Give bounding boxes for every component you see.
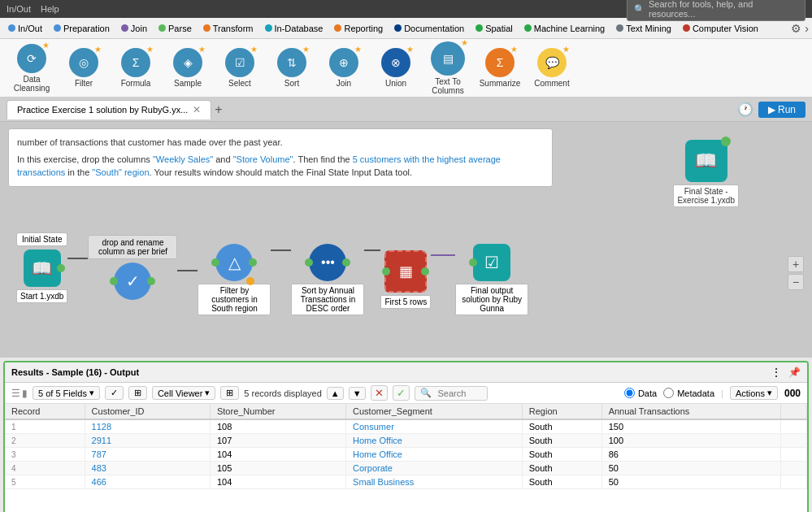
- metadata-radio[interactable]: [663, 388, 674, 398]
- node-sample[interactable]: ▦ First 5 rows: [380, 226, 431, 309]
- node-select[interactable]: drop and rename column as per brief ✓: [88, 235, 177, 300]
- cat-reporting[interactable]: Reporting: [329, 22, 388, 35]
- tool-comment[interactable]: ★ 💬 Comment: [527, 45, 577, 91]
- results-search-input[interactable]: [433, 388, 482, 399]
- scroll-down-button[interactable]: ▼: [349, 387, 366, 400]
- star-badge-so: ★: [302, 45, 310, 54]
- table-container[interactable]: Record Customer_ID Store_Number Customer…: [5, 404, 807, 510]
- top-search-bar[interactable]: 🔍 Search for tools, help, and resources.…: [627, 0, 805, 21]
- tool-join[interactable]: ★ ⊕ Join: [319, 45, 369, 91]
- tool-sort[interactable]: ★ ⇅ Sort: [267, 45, 317, 91]
- cat-ml[interactable]: Machine Learning: [519, 22, 610, 35]
- clear-button[interactable]: ✕: [371, 385, 388, 401]
- metadata-label: Metadata: [677, 388, 714, 398]
- cell-record: 2: [5, 434, 85, 448]
- tool-summarize[interactable]: ★ Σ Summarize: [475, 45, 525, 91]
- tool-formula[interactable]: ★ Σ Formula: [111, 45, 161, 91]
- tool-text-to-columns[interactable]: ★ ▤ Text To Columns: [423, 39, 473, 98]
- cat-join[interactable]: Join: [116, 22, 152, 35]
- active-tab[interactable]: Practice Exercise 1 solution by RubyG.yx…: [7, 100, 211, 119]
- tool-filter[interactable]: ★ ◎ Filter: [59, 45, 109, 91]
- extra-options[interactable]: 000: [784, 388, 801, 399]
- tool-union[interactable]: ★ ⊗ Union: [371, 45, 421, 91]
- scroll-up-button[interactable]: ▲: [327, 387, 344, 400]
- tool-data-cleansing[interactable]: ★ ⟳ Data Cleansing: [7, 41, 57, 96]
- table-header-row: Record Customer_ID Store_Number Customer…: [5, 404, 807, 419]
- node-final-output[interactable]: ☑ Final output solution by Ruby Gunna: [455, 219, 528, 315]
- cell-customer-id: 483: [85, 462, 210, 475]
- cell-transactions: 150: [601, 419, 780, 434]
- col-extra: [780, 404, 806, 419]
- table-button[interactable]: ⊞: [128, 386, 147, 400]
- dot-indatabase: [265, 24, 272, 32]
- cat-preparation[interactable]: Preparation: [49, 22, 115, 35]
- tool-label-formula: Formula: [121, 79, 151, 88]
- fields-button[interactable]: 5 of 5 Fields ▾: [33, 386, 100, 400]
- cell-record: 1: [5, 419, 85, 434]
- cat-indatabase-label: In-Database: [275, 24, 323, 33]
- tool-icon-data-cleansing: ★ ⟳: [17, 44, 46, 73]
- cat-ml-label: Machine Learning: [534, 24, 605, 33]
- connector-2: [177, 270, 198, 271]
- viewer-button[interactable]: Cell Viewer ▾: [152, 386, 215, 400]
- node-filter-icon: △: [215, 244, 253, 281]
- search-container[interactable]: 🔍: [415, 386, 488, 401]
- run-button[interactable]: ▶ Run: [758, 102, 805, 118]
- cat-transform[interactable]: Transform: [198, 22, 258, 35]
- node-sort-icon: •••: [309, 244, 346, 281]
- settings-icon[interactable]: ⚙: [791, 22, 801, 35]
- canvas-area: number of transactions that customer has…: [0, 122, 812, 358]
- table-row: 1 1128 108 Consumer South 150: [5, 419, 807, 434]
- node-filter[interactable]: △ Filter by customers in South region: [198, 219, 271, 315]
- tab-add-button[interactable]: +: [215, 102, 222, 117]
- final-state-node[interactable]: 📖 Final State -Exercise 1.yxdb: [673, 140, 739, 207]
- metadata-radio-group: Metadata: [663, 388, 714, 398]
- checkmark-button[interactable]: ✓: [105, 386, 124, 400]
- filter-button[interactable]: ⊞: [220, 386, 239, 400]
- cat-textmining[interactable]: Text Mining: [611, 22, 676, 35]
- actions-button[interactable]: Actions ▾: [730, 386, 778, 400]
- menu-help[interactable]: Help: [41, 4, 59, 14]
- node-sample-label: First 5 rows: [380, 295, 431, 309]
- cat-indatabase[interactable]: In-Database: [260, 22, 328, 35]
- results-options-icon[interactable]: ⋮: [771, 366, 782, 379]
- tool-sample[interactable]: ★ ◈ Sample: [163, 45, 213, 91]
- node-initial-state[interactable]: Initial State 📖 Start 1.yxdb: [16, 232, 67, 303]
- menu-in-out[interactable]: In/Out: [7, 4, 31, 14]
- cat-documentation[interactable]: Documentation: [389, 22, 469, 35]
- cell-segment: Home Office: [346, 434, 523, 448]
- star-badge-j: ★: [354, 45, 362, 54]
- overflow-icon[interactable]: ›: [805, 22, 809, 35]
- data-radio[interactable]: [624, 388, 635, 398]
- history-button[interactable]: 🕐: [737, 102, 753, 117]
- cell-empty: [780, 434, 806, 448]
- cat-inout[interactable]: In/Out: [3, 22, 47, 35]
- zoom-plus-button[interactable]: +: [788, 256, 804, 272]
- cat-documentation-label: Documentation: [404, 24, 464, 33]
- cell-store-number: 108: [210, 419, 345, 434]
- tool-label-union: Union: [385, 79, 406, 88]
- tool-label-comment: Comment: [534, 79, 569, 88]
- cat-spatial[interactable]: Spatial: [471, 22, 518, 35]
- tab-bar: Practice Exercise 1 solution by RubyG.yx…: [0, 98, 812, 122]
- zoom-minus-button[interactable]: −: [788, 274, 804, 290]
- cat-parse[interactable]: Parse: [154, 22, 197, 35]
- results-pin-icon[interactable]: 📌: [788, 367, 801, 378]
- dot-ml: [524, 24, 532, 32]
- confirm-button[interactable]: ✓: [393, 385, 410, 401]
- node-final-icon: ☑: [473, 244, 510, 281]
- cat-cv[interactable]: Computer Vision: [678, 22, 763, 35]
- cell-region: South: [522, 462, 601, 475]
- tool-select[interactable]: ★ ☑ Select: [215, 45, 265, 91]
- panel-icon-1[interactable]: ☰: [11, 388, 20, 399]
- node-sort[interactable]: ••• Sort by Annual Transactions in DESC …: [291, 219, 364, 315]
- tool-label-filter: Filter: [75, 79, 93, 88]
- cell-customer-id: 2911: [85, 434, 210, 448]
- tab-close-icon[interactable]: ✕: [193, 104, 201, 115]
- tools-ribbon: ★ ⟳ Data Cleansing ★ ◎ Filter ★ Σ Formul…: [0, 39, 812, 98]
- col-customer-segment: Customer_Segment: [346, 404, 523, 419]
- panel-icon-2[interactable]: ▮: [22, 388, 28, 399]
- node-select-icon: ✓: [114, 263, 151, 300]
- col-store-number: Store_Number: [210, 404, 345, 419]
- star-badge-fo: ★: [146, 45, 154, 54]
